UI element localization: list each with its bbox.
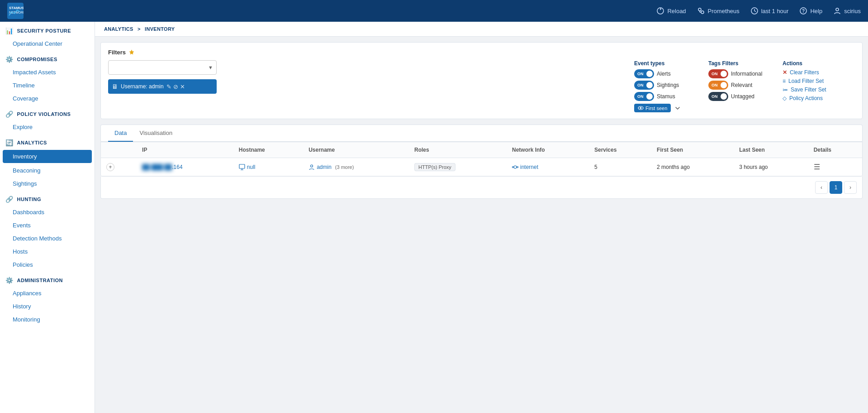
user-button[interactable]: scirius bbox=[833, 7, 861, 15]
filter-remove-button[interactable]: ✕ bbox=[180, 83, 185, 90]
filter-star-icon bbox=[128, 49, 135, 56]
username-more: (3 more) bbox=[335, 164, 354, 170]
first-seen-row: First seen bbox=[634, 104, 697, 112]
toggle-untagged[interactable]: ON bbox=[708, 92, 728, 101]
action-policy-actions[interactable]: ◇ Policy Actions bbox=[783, 95, 855, 101]
sidebar-item-history[interactable]: History bbox=[0, 300, 95, 313]
topnav: STAMUS NETWORKS Reload Prometheus last 1… bbox=[0, 0, 868, 22]
sidebar-item-coverage[interactable]: Coverage bbox=[0, 92, 95, 105]
sidebar-item-inventory[interactable]: Inventory bbox=[3, 150, 92, 163]
svg-text:?: ? bbox=[802, 9, 805, 14]
actions-section: Actions ✕ Clear Filters ≡ Load Filter Se… bbox=[783, 60, 855, 104]
sidebar-item-explore[interactable]: Explore bbox=[0, 120, 95, 134]
sidebar-item-monitoring[interactable]: Monitoring bbox=[0, 313, 95, 326]
row-network-cell: internet bbox=[507, 158, 589, 176]
sidebar-item-events[interactable]: Events bbox=[0, 219, 95, 232]
svg-point-20 bbox=[514, 166, 517, 168]
sidebar-item-policies[interactable]: Policies bbox=[0, 258, 95, 271]
tab-visualisation[interactable]: Visualisation bbox=[133, 125, 179, 142]
network-icon bbox=[512, 164, 518, 170]
row-last-seen-cell: 3 hours ago bbox=[734, 158, 808, 176]
toggle-label-untagged: Untagged bbox=[731, 93, 754, 100]
toggle-alerts[interactable]: ON bbox=[634, 69, 654, 78]
filter-disable-button[interactable]: ⊘ bbox=[173, 83, 178, 90]
breadcrumb: ANALYTICS > INVENTORY bbox=[95, 22, 868, 37]
sidebar-item-timeline[interactable]: Timeline bbox=[0, 79, 95, 92]
filter-tag-label: Username: admin bbox=[121, 83, 164, 90]
toggle-relevant[interactable]: ON bbox=[708, 81, 728, 90]
list-icon: ≡ bbox=[783, 78, 786, 84]
sidebar-section-label-policy-violations: POLICY VIOLATIONS bbox=[17, 111, 71, 117]
col-roles: Roles bbox=[409, 142, 507, 158]
filter-right-panels: Event types ON Alerts ON bbox=[634, 60, 855, 112]
toggle-label-stamus: Stamus bbox=[657, 93, 675, 100]
filter-tag-actions: ✎ ⊘ ✕ bbox=[166, 83, 185, 90]
row-ip-cell: ██.███.██.164 bbox=[137, 158, 233, 176]
logo[interactable]: STAMUS NETWORKS bbox=[7, 3, 24, 19]
toggle-informational[interactable]: ON bbox=[708, 69, 728, 78]
main-content: ANALYTICS > INVENTORY Filters ▼ bbox=[95, 22, 868, 413]
sidebar-section-hunting[interactable]: 🔗 HUNTING bbox=[0, 190, 95, 206]
help-label: Help bbox=[810, 8, 822, 14]
sidebar-item-hosts[interactable]: Hosts bbox=[0, 245, 95, 258]
monitor-icon bbox=[239, 164, 245, 170]
filter-header: Filters bbox=[108, 49, 855, 56]
toggle-stamus[interactable]: ON bbox=[634, 92, 654, 101]
sidebar-section-analytics[interactable]: 🔄 ANALYTICS bbox=[0, 134, 95, 149]
col-details: Details bbox=[808, 142, 862, 158]
filter-select-wrap: ▼ bbox=[108, 60, 217, 75]
sidebar-item-detection-methods[interactable]: Detection Methods bbox=[0, 232, 95, 245]
network-link[interactable]: internet bbox=[512, 164, 583, 170]
filter-select[interactable] bbox=[108, 60, 217, 75]
sidebar-section-administration[interactable]: ⚙️ ADMINISTRATION bbox=[0, 271, 95, 287]
sidebar-item-impacted-assets[interactable]: Impacted Assets bbox=[0, 66, 95, 79]
sidebar-section-policy-violations[interactable]: 🔗 POLICY VIOLATIONS bbox=[0, 105, 95, 120]
action-load-filter-set[interactable]: ≡ Load Filter Set bbox=[783, 78, 855, 84]
breadcrumb-separator: > bbox=[138, 26, 141, 32]
event-types-section: Event types ON Alerts ON bbox=[634, 60, 697, 112]
sidebar-section-security-posture[interactable]: 📊 SECURITY POSTURE bbox=[0, 22, 95, 37]
sidebar-item-dashboards[interactable]: Dashboards bbox=[0, 206, 95, 219]
col-network-info: Network Info bbox=[507, 142, 589, 158]
sidebar-item-operational-center[interactable]: Operational Center bbox=[0, 37, 95, 50]
pagination-page-1[interactable]: 1 bbox=[830, 181, 842, 194]
pagination-prev-button[interactable]: ‹ bbox=[815, 181, 828, 194]
prometheus-label: Prometheus bbox=[708, 8, 740, 14]
toggle-row-informational: ON Informational bbox=[708, 69, 772, 78]
pagination-next-button[interactable]: › bbox=[844, 181, 857, 194]
sidebar-section-compromises[interactable]: ⚙️ COMPROMISES bbox=[0, 50, 95, 66]
tags-filters-title: Tags Filters bbox=[708, 60, 772, 67]
svg-point-19 bbox=[311, 165, 313, 167]
ip-link[interactable]: ██.███.██.164 bbox=[142, 164, 183, 170]
first-seen-button[interactable]: First seen bbox=[634, 104, 671, 112]
eye-icon bbox=[638, 105, 644, 111]
sidebar-item-beaconing[interactable]: Beaconing bbox=[0, 164, 95, 177]
username-link[interactable]: admin bbox=[317, 164, 332, 170]
help-button[interactable]: ? Help bbox=[799, 7, 822, 15]
action-save-filter-set[interactable]: ≔ Save Filter Set bbox=[783, 86, 855, 93]
hostname-value: null bbox=[247, 164, 256, 170]
chevron-down-icon[interactable] bbox=[674, 104, 682, 112]
time-button[interactable]: last 1 hour bbox=[750, 7, 789, 15]
toggle-label-relevant: Relevant bbox=[731, 82, 752, 88]
row-services-cell: 5 bbox=[589, 158, 651, 176]
col-last-seen: Last Seen bbox=[734, 142, 808, 158]
alert-icon: ⚙️ bbox=[5, 56, 14, 63]
action-clear-filters[interactable]: ✕ Clear Filters bbox=[783, 69, 855, 76]
toggle-row-relevant: ON Relevant bbox=[708, 81, 772, 90]
prometheus-button[interactable]: Prometheus bbox=[697, 7, 740, 15]
sidebar-item-appliances[interactable]: Appliances bbox=[0, 287, 95, 300]
details-button[interactable]: ☰ bbox=[814, 163, 820, 171]
filter-edit-button[interactable]: ✎ bbox=[166, 83, 171, 90]
row-expand-cell: + bbox=[101, 158, 137, 176]
toggle-row-stamus: ON Stamus bbox=[634, 92, 697, 101]
tags-filters-section: Tags Filters ON Informational ON bbox=[708, 60, 772, 103]
row-expand-button[interactable]: + bbox=[106, 163, 114, 171]
hostname-link[interactable]: null bbox=[239, 164, 298, 170]
tab-data[interactable]: Data bbox=[108, 125, 133, 142]
reload-button[interactable]: Reload bbox=[656, 7, 686, 15]
svg-point-15 bbox=[640, 107, 642, 109]
toggle-sightings[interactable]: ON bbox=[634, 81, 654, 90]
actions-title: Actions bbox=[783, 60, 855, 67]
sidebar-item-sightings[interactable]: Sightings bbox=[0, 177, 95, 190]
